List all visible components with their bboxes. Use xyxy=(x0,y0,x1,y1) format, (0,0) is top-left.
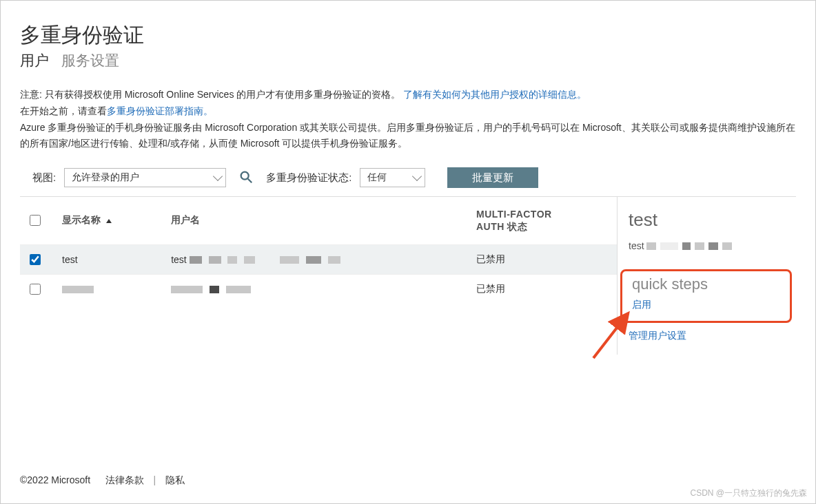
notice-text: 注意: 只有获得授权使用 Microsoft Online Services 的… xyxy=(20,87,796,152)
cell-mfa-status: 已禁用 xyxy=(467,274,617,304)
side-panel: test test quick steps 启用 xyxy=(617,197,796,355)
footer: ©2022 Microsoft 法律条款 | 隐私 xyxy=(20,474,189,487)
select-all-checkbox[interactable] xyxy=(30,215,41,226)
col-username[interactable]: 用户名 xyxy=(161,197,467,244)
watermark: CSDN @一只特立独行的兔先森 xyxy=(690,487,807,499)
view-label: 视图: xyxy=(32,171,56,185)
quick-steps-title: quick steps xyxy=(632,275,780,293)
bulk-update-button[interactable]: 批量更新 xyxy=(447,167,538,188)
row-checkbox[interactable] xyxy=(30,254,41,265)
selected-user-detail: test xyxy=(629,240,785,251)
footer-separator: | xyxy=(153,474,156,485)
svg-line-2 xyxy=(593,315,626,358)
search-icon xyxy=(238,169,254,185)
table-row[interactable]: 已禁用 xyxy=(20,274,617,304)
deployment-guide-link[interactable]: 多重身份验证部署指南。 xyxy=(107,105,213,116)
svg-point-0 xyxy=(241,171,249,179)
footer-copyright: ©2022 Microsoft xyxy=(20,474,90,485)
cell-username: test xyxy=(161,244,467,274)
users-table: 显示名称 用户名 MULTI-FACTOR AUTH 状态 test test xyxy=(20,197,617,303)
tabs: 用户 服务设置 xyxy=(20,51,796,73)
mfa-status-value: 任何 xyxy=(367,171,387,184)
footer-legal-link[interactable]: 法律条款 xyxy=(105,474,144,485)
tab-users[interactable]: 用户 xyxy=(20,51,49,73)
enable-link[interactable]: 启用 xyxy=(632,299,780,311)
cell-display-name xyxy=(52,274,161,304)
view-select[interactable]: 允许登录的用户 xyxy=(64,168,226,187)
mfa-status-label: 多重身份验证状态: xyxy=(266,171,351,185)
cell-display-name: test xyxy=(52,244,161,274)
notice-line3: Azure 多重身份验证的手机身份验证服务由 Microsoft Corpora… xyxy=(20,122,795,149)
manage-user-settings-link[interactable]: 管理用户设置 xyxy=(629,330,785,342)
chevron-down-icon xyxy=(213,171,223,181)
cell-mfa-status: 已禁用 xyxy=(467,244,617,274)
col-mfa-status[interactable]: MULTI-FACTOR AUTH 状态 xyxy=(467,197,617,244)
selected-user-prefix: test xyxy=(629,240,644,251)
col-display-name-label: 显示名称 xyxy=(62,214,101,225)
svg-line-1 xyxy=(248,178,252,182)
cell-username-text: test xyxy=(171,254,187,265)
red-arrow-icon xyxy=(589,307,638,362)
view-select-value: 允许登录的用户 xyxy=(72,171,139,184)
quick-steps-box: quick steps 启用 xyxy=(620,269,792,323)
learn-more-link[interactable]: 了解有关如何为其他用户授权的详细信息。 xyxy=(403,89,586,100)
filter-bar: 视图: 允许登录的用户 多重身份验证状态: 任何 批量更新 xyxy=(32,167,796,188)
notice-line1: 注意: 只有获得授权使用 Microsoft Online Services 的… xyxy=(20,89,403,100)
sort-asc-icon xyxy=(106,219,112,223)
notice-line2-pre: 在开始之前，请查看 xyxy=(20,105,107,116)
mfa-status-select[interactable]: 任何 xyxy=(360,168,425,187)
search-button[interactable] xyxy=(234,168,258,188)
footer-privacy-link[interactable]: 隐私 xyxy=(165,474,185,485)
page-title: 多重身份验证 xyxy=(20,21,796,50)
row-checkbox[interactable] xyxy=(30,284,41,295)
table-row[interactable]: test test 已禁用 xyxy=(20,244,617,274)
selected-user-title: test xyxy=(629,209,785,231)
tab-service-settings[interactable]: 服务设置 xyxy=(61,51,119,73)
cell-username xyxy=(161,274,467,304)
col-display-name[interactable]: 显示名称 xyxy=(52,197,161,244)
chevron-down-icon xyxy=(412,171,422,181)
